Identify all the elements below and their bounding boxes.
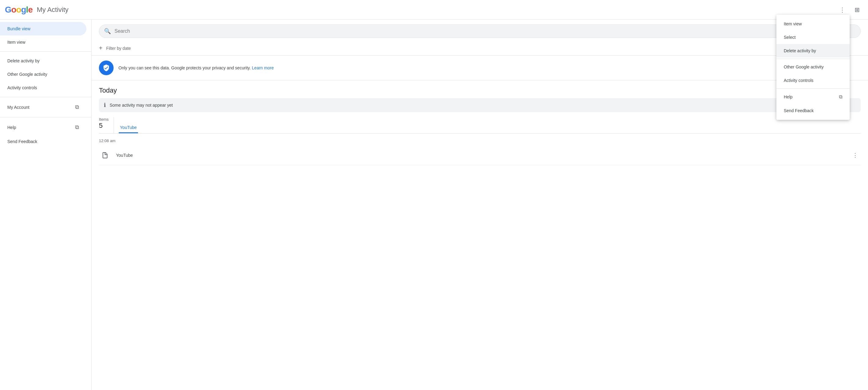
dropdown-divider-2 [776, 88, 850, 89]
dropdown-select[interactable]: Select [776, 31, 850, 44]
dropdown-item-label-feedback: Send Feedback [784, 108, 814, 113]
dropdown-item-label-other-google: Other Google activity [784, 64, 824, 69]
external-link-icon-help-dropdown: ⧉ [839, 94, 842, 100]
dropdown-divider-1 [776, 59, 850, 59]
dropdown-send-feedback[interactable]: Send Feedback [776, 104, 850, 117]
dropdown-item-label-select: Select [784, 35, 796, 40]
dropdown-menu: Item view Select Delete activity by Othe… [776, 15, 850, 120]
dropdown-overlay[interactable] [0, 0, 868, 390]
dropdown-item-view[interactable]: Item view [776, 17, 850, 31]
dropdown-other-google[interactable]: Other Google activity [776, 60, 850, 74]
dropdown-item-label-activity-controls: Activity controls [784, 78, 813, 83]
dropdown-delete-activity[interactable]: Delete activity by [776, 44, 850, 57]
dropdown-item-label-item-view: Item view [784, 21, 802, 26]
dropdown-item-label-delete: Delete activity by [784, 48, 816, 53]
dropdown-item-label-help: Help [784, 94, 793, 99]
dropdown-help[interactable]: Help ⧉ [776, 90, 850, 104]
dropdown-activity-controls[interactable]: Activity controls [776, 74, 850, 87]
